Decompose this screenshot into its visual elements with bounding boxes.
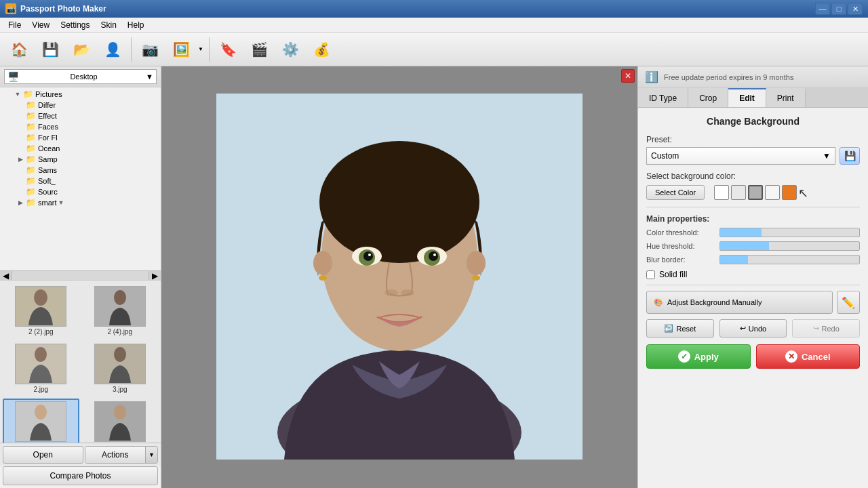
tree-item[interactable]: ▼ 📁 Pictures (1, 89, 159, 100)
photo-close-button[interactable]: ✕ (621, 69, 635, 83)
solid-fill-checkbox[interactable] (646, 270, 655, 279)
thumbnail-item-selected[interactable]: 4.jpg (3, 399, 79, 443)
tab-crop[interactable]: Crop (688, 88, 728, 107)
tab-print[interactable]: Print (766, 88, 806, 107)
hue-threshold-row: Hue threshold: (646, 241, 860, 251)
thumbnail-item[interactable]: 3.jpg (82, 341, 159, 396)
reset-button[interactable]: ↩️ Reset (646, 319, 714, 338)
open-button[interactable]: Open (3, 446, 83, 464)
close-btn[interactable]: ✕ (848, 3, 863, 15)
thumbnail-item[interactable]: 2 (2).jpg (3, 283, 79, 338)
svg-point-1 (114, 290, 126, 305)
menu-file[interactable]: File (3, 18, 26, 32)
tree-folder-icon: 📁 (26, 111, 36, 121)
app-title: Passport Photo Maker (20, 4, 815, 14)
reset-icon: ↩️ (664, 324, 673, 333)
scroll-track (12, 271, 149, 280)
select-color-button[interactable]: Select Color (646, 185, 705, 200)
thumbnail-item[interactable]: 5.jpg (82, 399, 159, 443)
minimize-btn[interactable]: — (815, 3, 830, 15)
tree-item[interactable]: 📁 For Fl (1, 132, 159, 143)
menu-settings[interactable]: Settings (55, 18, 95, 32)
toolbar-camera-btn[interactable]: 📷 (135, 36, 165, 63)
scroll-right-btn[interactable]: ▶ (149, 271, 161, 280)
tree-item[interactable]: ▶ 📁 smart ▼ (1, 197, 159, 208)
tab-id-type[interactable]: ID Type (638, 88, 688, 107)
svg-point-18 (363, 251, 373, 261)
toolbar-separator-1 (131, 37, 132, 62)
apply-button[interactable]: ✓ Apply (646, 344, 751, 369)
apply-check-icon: ✓ (678, 350, 690, 363)
thumbnail-label: 2 (4).jpg (107, 328, 132, 336)
adjust-bg-icon: 🎨 (654, 298, 663, 307)
preset-save-icon: 💾 (844, 150, 856, 161)
actions-button[interactable]: Actions (85, 447, 146, 463)
scroll-left-btn[interactable]: ◀ (0, 271, 12, 280)
menu-view[interactable]: View (26, 18, 55, 32)
tree-item[interactable]: 📁 Faces (1, 121, 159, 132)
cancel-button[interactable]: ✕ Cancel (756, 344, 861, 369)
toolbar-profile-btn[interactable]: 👤 (98, 36, 127, 63)
toolbar-home-btn[interactable]: 🏠 (4, 36, 34, 63)
undo-label: Undo (749, 325, 766, 333)
menu-skin[interactable]: Skin (96, 18, 122, 32)
menu-help[interactable]: Help (122, 18, 150, 32)
svg-point-10 (313, 251, 332, 275)
swatch-offwhite[interactable] (765, 185, 780, 200)
tree-item[interactable]: 📁 Sams (1, 165, 159, 176)
toolbar-movie-btn[interactable]: 🎬 (244, 36, 274, 63)
maximize-btn[interactable]: □ (831, 3, 846, 15)
toolbar-settings-btn[interactable]: ⚙️ (275, 36, 305, 63)
hue-threshold-slider-container[interactable] (719, 241, 860, 251)
thumbnail-item[interactable]: 2 (4).jpg (82, 283, 159, 338)
tab-edit[interactable]: Edit (728, 88, 766, 107)
adjust-background-button[interactable]: 🎨 Adjust Background Manually (646, 291, 833, 314)
tree-item[interactable]: ▶ 📁 Samp (1, 154, 159, 165)
photo-container (216, 94, 583, 462)
swatch-gray[interactable] (748, 185, 763, 200)
thumbnail-item[interactable]: 2.jpg (3, 341, 79, 396)
tree-item[interactable]: 📁 Sourc (1, 186, 159, 197)
preset-dropdown[interactable]: Custom ▼ (646, 147, 835, 165)
eyedropper-button[interactable]: ✏️ (837, 291, 860, 314)
undo-button[interactable]: ↩ Undo (719, 319, 787, 338)
solid-fill-label[interactable]: Solid fill (659, 270, 687, 279)
color-threshold-row: Color threshold: (646, 228, 860, 237)
swatch-white[interactable] (714, 185, 729, 200)
svg-point-13 (472, 275, 480, 281)
toolbar-save-btn[interactable]: 💾 (35, 36, 65, 63)
tab-bar: ID Type Crop Edit Print (638, 88, 868, 108)
photo-area: ✕ (161, 66, 637, 488)
color-threshold-slider-container[interactable] (719, 228, 860, 237)
color-section-label: Select background color: (646, 171, 860, 181)
toolbar-gallery-dropdown[interactable]: ▼ (196, 36, 205, 63)
toolbar-bookmark-btn[interactable]: 🔖 (213, 36, 243, 63)
actions-dropdown-arrow[interactable]: ▼ (145, 447, 157, 463)
folder-dropdown[interactable]: 🖥️ Desktop ▼ (4, 69, 157, 84)
hue-threshold-slider[interactable] (719, 241, 860, 251)
toolbar-pay-btn[interactable]: 💰 (307, 36, 336, 63)
title-bar-buttons: — □ ✕ (815, 3, 863, 15)
swatch-orange[interactable] (782, 185, 797, 200)
svg-point-21 (433, 253, 436, 256)
toolbar-open-btn[interactable]: 📂 (66, 36, 96, 63)
tree-item[interactable]: 📁 Soft_ (1, 176, 159, 186)
redo-button[interactable]: ↪ Redo (792, 319, 860, 338)
tree-folder-icon: 📁 (26, 133, 36, 142)
color-threshold-slider[interactable] (719, 228, 860, 237)
tree-item[interactable]: 📁 Differ (1, 100, 159, 110)
blur-border-slider[interactable] (719, 255, 860, 264)
tree-item[interactable]: 📁 Effect (1, 110, 159, 121)
thumbnail-label: 2.jpg (33, 386, 48, 393)
main-portrait-svg (216, 94, 583, 460)
swatch-lightgray[interactable] (731, 185, 746, 200)
svg-point-12 (319, 275, 327, 281)
tree-hscrollbar[interactable]: ◀ ▶ (0, 270, 161, 280)
tree-item[interactable]: 📁 Ocean (1, 143, 159, 154)
toolbar-gallery-btn[interactable]: 🖼️ (166, 36, 196, 63)
folder-tree[interactable]: ▼ 📁 Pictures 📁 Differ 📁 Effect 📁 Faces (0, 87, 161, 270)
compare-photos-button[interactable]: Compare Photos (3, 466, 158, 485)
blur-border-slider-container[interactable] (719, 255, 860, 264)
bottom-action-buttons: Open Actions ▼ (0, 443, 161, 466)
preset-save-button[interactable]: 💾 (840, 147, 860, 165)
